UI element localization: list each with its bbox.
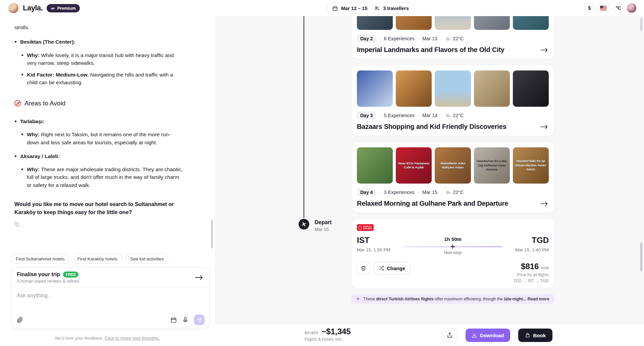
page-scrollbar-thumb[interactable] <box>640 242 642 271</box>
finalise-trip-banner[interactable]: Finalise your trip FREE A human expert r… <box>11 267 209 287</box>
logo[interactable]: Layla. <box>23 4 43 12</box>
day-3-photos <box>357 70 549 107</box>
flight-price-note: Price for all flights <box>513 273 549 277</box>
photo-caption: Nusr-Et'in Pastanesi Cafe'si Açıldı <box>396 147 432 184</box>
calendar-button[interactable] <box>170 317 177 323</box>
copy-icon[interactable] <box>14 222 19 227</box>
destination-code: TGD <box>508 236 549 245</box>
attachment-button[interactable] <box>17 317 23 323</box>
layla-avatar[interactable] <box>8 3 19 13</box>
photo-caption: İstanbul'un En Lüks Çiğ Köftecisi Oses G… <box>474 147 510 184</box>
paperclip-icon <box>17 317 23 323</box>
divider <box>371 6 371 11</box>
experience-photo[interactable]: İstanbul'daki En İyi Dönercilerden Yerle… <box>513 147 549 184</box>
open-day-3-arrow-icon[interactable] <box>539 123 549 131</box>
download-button[interactable]: Download <box>466 329 510 342</box>
bullet-aksaray-why: Why: These are major wholesale trading d… <box>21 165 182 189</box>
depart-date: Mar 15 <box>315 227 332 232</box>
turkish-airlines-logo: TURKISH AIRLINES <box>357 224 374 231</box>
chat-scrollbar <box>211 16 213 346</box>
origin-time: Mar 15, 1:50 PM <box>357 247 397 252</box>
open-day-4-arrow-icon[interactable] <box>539 200 549 207</box>
experience-photo[interactable] <box>513 16 549 30</box>
experience-photo[interactable] <box>474 70 510 107</box>
experience-photo[interactable] <box>357 147 393 184</box>
app-header: Layla. Premium Mar 12 – 15 3 travellers … <box>0 0 644 16</box>
chat-scrollbar-thumb[interactable] <box>211 220 213 248</box>
premium-badge[interactable]: Premium <box>47 4 80 12</box>
read-more-link[interactable]: Read more <box>528 297 549 301</box>
experience-photo[interactable] <box>513 70 549 107</box>
experiences-count: 6 Experiences <box>384 36 415 41</box>
day-date: Mar 15 <box>422 190 437 195</box>
depart-labels: Depart Mar 15 <box>315 219 332 232</box>
trip-dates: Mar 12 – 15 <box>341 6 367 11</box>
photo-caption: Mahallenin Arka Bahçesi Adası <box>435 147 471 184</box>
travellers-count: 3 travellers <box>383 6 409 11</box>
bullet-tarlabasi: Tarlabaşı: <box>14 117 182 125</box>
calendar-icon <box>332 6 338 11</box>
flight-insight-note: These direct Turkish Airlines flights of… <box>351 294 554 304</box>
stops-label: Non-stop <box>401 250 505 255</box>
experience-photo[interactable] <box>357 16 393 30</box>
day-4-title: Relaxed Morning at Gulhane Park and Depa… <box>357 200 508 207</box>
experience-photo[interactable] <box>396 70 432 107</box>
plane-icon <box>300 220 308 229</box>
total-price-block: $1,422 ~$1,345 Flights & Hotels incl. <box>305 327 351 342</box>
areas-to-avoid-heading: Areas to Avoid <box>14 99 182 108</box>
experience-photo[interactable]: Mahallenin Arka Bahçesi Adası <box>435 147 471 184</box>
plane-icon <box>450 244 455 249</box>
temperature-unit-button[interactable]: °C <box>612 3 624 13</box>
experience-photo[interactable] <box>396 16 432 30</box>
assistant-question: Would you like me to move our hotel sear… <box>14 200 182 216</box>
experiences-count: 3 Experiences <box>384 190 415 195</box>
profile-avatar[interactable] <box>627 3 637 13</box>
day-card-2[interactable]: Day 2 · 6 Experiences · Mar 13 · 22°C Im… <box>351 16 554 59</box>
experience-photo[interactable] <box>435 16 471 30</box>
bullet-besiktas-why: Why: While lovely, it is a major transit… <box>21 51 182 67</box>
language-flag-button[interactable] <box>597 3 610 13</box>
itinerary-cards: Day 2 · 6 Experiences · Mar 13 · 22°C Im… <box>351 16 554 304</box>
currency-button[interactable]: $ <box>584 3 594 13</box>
timeline-line <box>304 16 304 224</box>
itinerary-panel: Depart Mar 15 Day 2 · 6 Experiences · <box>215 16 644 346</box>
flight-progress-line <box>404 246 502 247</box>
delete-flight-button[interactable] <box>357 262 370 275</box>
free-badge: FREE <box>63 271 79 278</box>
bag-icon <box>525 333 530 338</box>
experience-photo[interactable] <box>435 70 471 107</box>
page-scrollbar-segment[interactable] <box>640 17 642 31</box>
chat-input[interactable] <box>17 289 203 302</box>
experience-photo[interactable] <box>474 16 510 30</box>
day-3-title: Bazaars Shopping and Kid Friendly Discov… <box>357 123 506 131</box>
experience-photo[interactable]: İstanbul'un En Lüks Çiğ Köftecisi Oses G… <box>474 147 510 184</box>
brand-group: Layla. Premium <box>8 0 80 16</box>
depart-marker <box>298 218 310 231</box>
experiences-count: 5 Experiences <box>384 113 415 118</box>
day-date: Mar 13 <box>422 36 437 41</box>
chip-find-karakoy-hotels[interactable]: Find Karaköy hotels <box>73 254 122 264</box>
share-button[interactable] <box>442 329 458 342</box>
weather-icon <box>445 190 451 195</box>
day-card-4[interactable]: Nusr-Et'in Pastanesi Cafe'si Açıldı Maha… <box>351 142 554 213</box>
chip-find-sultanahmet-hotels[interactable]: Find Sultanahmet hotels <box>11 254 69 264</box>
trip-summary-pill[interactable]: Mar 12 – 15 3 travellers <box>327 2 415 14</box>
destination-time: Mar 15, 1:40 PM <box>508 247 549 252</box>
day-badge: Day 4 <box>357 188 376 196</box>
chip-see-kid-activities[interactable]: See kid activities <box>125 254 169 264</box>
change-flight-button[interactable]: Change <box>373 262 411 275</box>
experience-photo[interactable] <box>357 70 393 107</box>
day-card-3[interactable]: Day 3 · 5 Experiences · Mar 14 · 22°C Ba… <box>351 65 554 136</box>
day-temp: 22°C <box>453 36 464 41</box>
chat-messages: strolls. Besiktas (The Center): Why: Whi… <box>0 16 210 251</box>
day-4-meta: Day 4 · 3 Experiences · Mar 15 · 22°C <box>357 188 549 196</box>
current-price: ~$1,345 <box>321 327 351 336</box>
feedback-link[interactable]: Click to share your thoughts. <box>105 336 160 341</box>
experience-photo[interactable]: Nusr-Et'in Pastanesi Cafe'si Açıldı <box>396 147 432 184</box>
open-day-2-arrow-icon[interactable] <box>539 46 549 54</box>
prohibited-icon <box>14 100 21 106</box>
mic-button[interactable] <box>182 317 189 323</box>
book-button[interactable]: Book <box>518 329 553 342</box>
composer-toolbar <box>17 314 205 325</box>
send-button[interactable] <box>194 314 205 325</box>
